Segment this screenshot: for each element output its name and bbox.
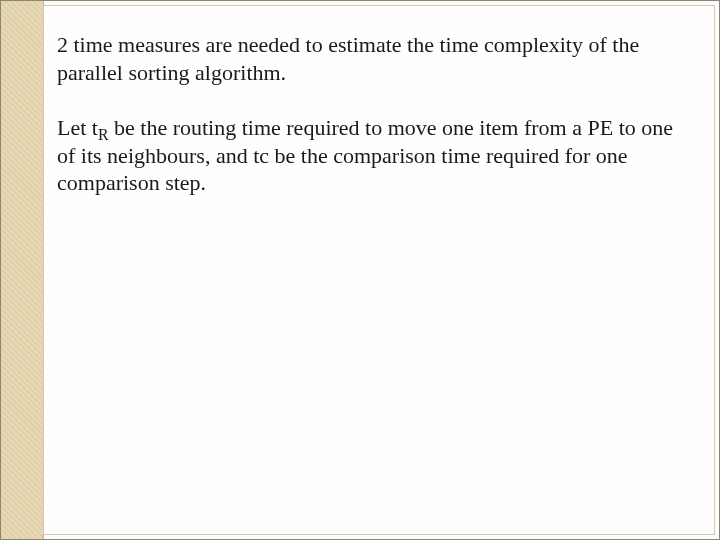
paragraph-1: 2 time measures are needed to estimate t… (57, 31, 691, 86)
slide: 2 time measures are needed to estimate t… (0, 0, 720, 540)
paragraph-2-run-b: be the routing time required to move one… (57, 115, 673, 195)
paragraph-2-run-a: Let t (57, 115, 98, 140)
subscript-r: R (98, 126, 109, 143)
slide-content: 2 time measures are needed to estimate t… (57, 31, 691, 519)
side-band-decoration (1, 1, 44, 539)
paragraph-2: Let tR be the routing time required to m… (57, 114, 691, 197)
